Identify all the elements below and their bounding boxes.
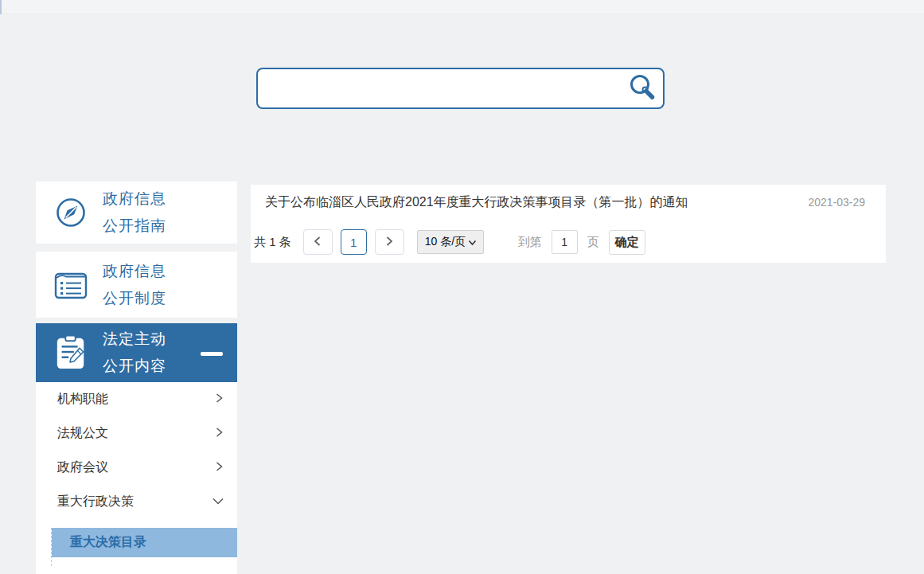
sidebar-label-line2: 公开内容 (103, 353, 166, 380)
sidebar-label-line1: 政府信息 (103, 258, 166, 285)
sidebar-label-line1: 法定主动 (103, 326, 166, 353)
tree-guide-line (51, 528, 52, 566)
chevron-right-icon (384, 236, 394, 249)
prev-page-button[interactable] (303, 229, 333, 255)
top-band (0, 0, 924, 14)
sidebar-item-disclosure-system[interactable]: 政府信息 公开制度 (36, 252, 237, 318)
clipboard-pencil-icon (53, 334, 88, 371)
content-panel: 关于公布临淄区人民政府2021年度重大行政决策事项目录（第一批）的通知 2021… (251, 185, 886, 263)
submenu-label: 政府会议 (57, 459, 108, 476)
search-input[interactable] (258, 69, 625, 107)
page-size-value: 10 条/页 (425, 235, 466, 249)
search-button[interactable] (625, 71, 660, 106)
compass-icon (53, 196, 88, 229)
goto-page-input[interactable] (552, 230, 578, 254)
goto-page-prefix: 到第 (518, 235, 542, 250)
sidebar-submenu: 机构职能 法规公文 政府会议 重大行政决策 重大决策目录 (36, 382, 237, 574)
article-link[interactable]: 关于公布临淄区人民政府2021年度重大行政决策事项目录（第一批）的通知 (265, 194, 688, 211)
total-count-label: 共 1 条 (254, 235, 291, 250)
submenu-item-government-meetings[interactable]: 政府会议 (36, 451, 237, 485)
submenu-label: 重大行政决策 (57, 494, 134, 510)
chevron-down-icon (468, 236, 477, 248)
next-page-button[interactable] (375, 229, 404, 255)
search-icon (628, 73, 657, 104)
page-size-select[interactable]: 10 条/页 (417, 230, 484, 254)
chevron-right-icon (213, 427, 224, 441)
goto-page-suffix: 页 (587, 235, 599, 250)
chevron-down-icon (212, 495, 224, 510)
minus-icon (201, 352, 223, 356)
confirm-button[interactable]: 确定 (609, 230, 645, 255)
page-number-button[interactable]: 1 (341, 229, 367, 255)
search-box (256, 68, 665, 109)
chevron-right-icon (213, 461, 224, 475)
list-item: 关于公布临淄区人民政府2021年度重大行政决策事项目录（第一批）的通知 2021… (251, 185, 886, 220)
sidebar-label-line2: 公开指南 (103, 213, 166, 240)
submenu-item-regulations-documents[interactable]: 法规公文 (36, 416, 237, 451)
submenu-children: 重大决策目录 (36, 528, 237, 557)
sidebar-item-statutory-disclosure[interactable]: 法定主动 公开内容 (36, 323, 237, 382)
document-icon (53, 269, 88, 301)
article-date: 2021-03-29 (808, 196, 865, 209)
submenu-label: 重大决策目录 (70, 534, 146, 551)
left-edge-artifact (0, 0, 2, 14)
sidebar-item-disclosure-guide[interactable]: 政府信息 公开指南 (36, 182, 237, 244)
sidebar-label-line1: 政府信息 (103, 185, 166, 213)
submenu-item-major-administrative-decisions[interactable]: 重大行政决策 (36, 485, 237, 519)
submenu-label: 法规公文 (57, 425, 108, 442)
pagination-bar: 共 1 条 1 10 条/页 到第 页 确定 (254, 229, 886, 255)
sidebar-label-line2: 公开制度 (103, 285, 166, 312)
submenu-item-major-decision-catalog[interactable]: 重大决策目录 (52, 528, 237, 557)
chevron-right-icon (213, 392, 224, 407)
chevron-left-icon (313, 236, 322, 249)
page: 政府信息 公开指南 政府信息 公开制度 (0, 0, 924, 574)
submenu-item-agency-functions[interactable]: 机构职能 (36, 382, 237, 416)
submenu-label: 机构职能 (57, 391, 108, 408)
